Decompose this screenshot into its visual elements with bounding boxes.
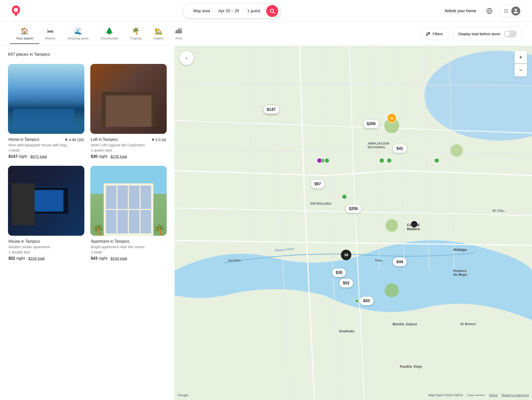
listing-rating: ★ 5.0 (8) [151,137,166,142]
listing-image: Guest favorite 🤍 [8,166,84,236]
price-pin[interactable]: $52 [339,279,353,287]
your-search-icon: 🏠 [20,27,28,35]
zoom-in-button[interactable]: + [515,51,527,63]
listing-title: Loft in Tampico [91,137,118,142]
listing-beds: 1 queen bed [91,148,166,152]
price-pin[interactable]: $97 [311,180,324,188]
terms-link[interactable]: Terms [489,393,498,397]
listing-description: New! Loft Laguna del Carpintero [91,143,166,147]
listing-title-row: House in Tampico [8,239,84,244]
listing-info: House in Tampico Modern studio apartment… [8,239,84,261]
listing-card[interactable]: Guest favorite 🤍 Loft in Tam [90,64,167,159]
map-container[interactable]: 🛍 ‹ $71 $147 [175,46,532,400]
category-ama-label: Ama [175,36,182,40]
category-your-search[interactable]: 🏠 Your search [10,24,39,44]
header-right: Airbnb your home [442,5,522,17]
listing-price: $43 night · $193 total [91,256,166,261]
search-guests[interactable]: 1 guest [243,9,264,13]
cabins-icon: 🏡 [154,27,162,35]
price-pin[interactable]: $30 [332,268,346,277]
category-tropical[interactable]: 🌴 Tropical [124,24,147,44]
cluster-pin[interactable]: 38 [341,250,351,260]
price-total-link[interactable]: $672 total [30,154,47,159]
map-data-attribution: Map Data ©2024 INEGI [428,393,463,397]
category-rooms[interactable]: 🛏 Rooms [39,24,61,44]
tax-toggle-label: Display total before taxes [458,32,500,36]
listing-image: Guest favorite 🤍 [90,64,167,134]
search-button[interactable] [266,5,278,17]
main-content: 647 places in Tampico Guest favorite 🤍 [0,46,532,400]
map-panel[interactable]: 🛍 ‹ $71 $147 [175,46,532,400]
svg-point-17 [386,219,398,232]
user-menu[interactable] [500,5,522,17]
map-scale: 1 km [467,393,485,397]
price-total-link[interactable]: $135 total [111,154,127,159]
price-pin-with-dot[interactable]: $43 [355,297,374,305]
map-area-label-tampico: Tam... [375,258,385,262]
svg-point-25 [387,158,392,163]
svg-point-15 [384,118,399,133]
countryside-icon: 🌲 [105,27,113,35]
report-error-link[interactable]: Report a map error [502,393,529,397]
category-amazing-pools[interactable]: 🌊 Amazing pools [61,24,95,44]
map-area-label-el-cha: El Cha... [493,209,507,212]
amazing-pools-icon: 🌊 [74,27,82,35]
svg-point-21 [319,158,324,163]
category-countryside[interactable]: 🌲 Countryside [95,24,124,44]
filters-area: Filters Display total before taxes [420,27,522,41]
price-pin[interactable]: $147 [263,105,279,114]
listings-panel: 647 places in Tampico Guest favorite 🤍 [0,46,175,400]
svg-point-27 [342,194,347,199]
price-night: $30 [91,154,98,159]
map-area-label-benito: Benito Juárez [393,322,417,326]
listing-info: Loft in Tampico ★ 5.0 (8) New! Loft Lagu… [90,137,167,159]
globe-icon [486,8,493,14]
listing-description: Bright apartment near the center [91,245,166,249]
user-icon [513,8,519,14]
price-pin[interactable]: $206 [363,120,379,128]
svg-point-11 [428,33,430,34]
map-area-label: AMPLIACIÓNNACIONAL [368,142,389,149]
listing-price: $147 night · $672 total [8,154,84,159]
listing-card[interactable]: Guest favorite 🤍 [8,166,84,261]
price-pin[interactable]: $44 [393,258,407,266]
results-count: 647 places in Tampico [8,52,167,57]
map-area-label-taralillo: taralillo [228,258,241,262]
filters-button[interactable]: Filters [420,28,448,40]
price-total-link[interactable]: $234 total [28,256,45,260]
tropical-icon: 🌴 [132,27,140,35]
map-area-label-anahuac: Anahuac [339,329,355,333]
collapse-map-button[interactable]: ‹ [180,51,194,65]
category-cabins[interactable]: 🏡 Cabins [147,24,169,44]
ama-icon: 🏙 [175,27,182,35]
price-pin[interactable]: $43 [360,297,374,305]
panuco-river-label: Pánuco River [274,247,294,252]
tax-toggle-switch[interactable] [504,30,517,37]
category-rooms-label: Rooms [45,36,55,40]
price-total-link[interactable]: $193 total [111,256,127,260]
map-footer-right: Map Data ©2024 INEGI 1 km Terms Report a… [428,393,529,397]
price-pin[interactable]: $41 [393,144,407,153]
language-button[interactable] [484,6,495,16]
svg-point-18 [385,283,399,297]
listing-title-row: Apartment in Tampico [91,239,166,244]
search-dates[interactable]: Apr 25 – 29 [214,9,243,13]
search-bar[interactable]: Map area Apr 25 – 29 1 guest [183,3,280,18]
price-pin[interactable]: $206 [345,204,361,213]
category-ama[interactable]: 🏙 Ama [169,24,188,44]
search-location[interactable]: Map area [189,9,214,13]
airbnb-home-link[interactable]: Airbnb your home [442,6,479,16]
svg-point-19 [387,114,396,123]
listing-card[interactable]: Guest favorite 🤍 [8,64,84,159]
listing-title-row: Loft in Tampico ★ 5.0 (8) [91,137,166,142]
logo[interactable] [10,5,22,17]
listing-price: $52 night · $234 total [8,256,84,261]
listing-title: Home in Tampico [8,137,39,142]
svg-line-1 [273,12,274,13]
zoom-out-button[interactable]: − [515,64,527,76]
map-area-label-primero: Primerode Mayo [453,269,467,276]
listing-title-row: Home in Tampico ★ 4.96 (26) [8,137,84,142]
listing-card[interactable]: Guest favorite 🤍 [90,166,167,261]
listing-info: Home in Tampico ★ 4.96 (26) New well-equ… [8,137,84,159]
listing-description: New well-equipped house with larg... [8,143,84,147]
